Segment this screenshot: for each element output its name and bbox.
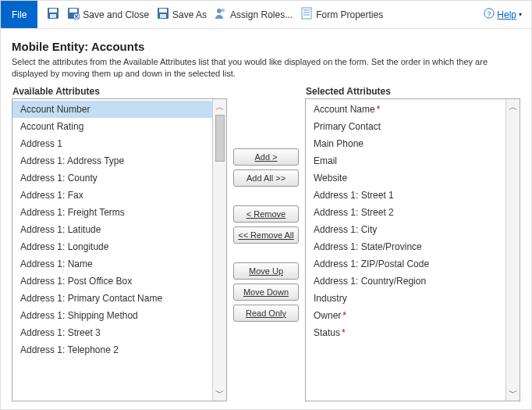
list-item[interactable]: Address 1: Street 2 xyxy=(306,204,505,221)
svg-point-9 xyxy=(217,9,222,13)
required-marker: * xyxy=(377,104,381,115)
list-item[interactable]: Address 1: Primary Contact Name xyxy=(12,290,212,307)
svg-point-10 xyxy=(222,9,225,12)
page-description: Select the attributes from the Available… xyxy=(12,56,520,80)
list-item[interactable]: Address 1: Shipping Method xyxy=(12,307,212,324)
available-listbox[interactable]: Account NumberAccount RatingAddress 1Add… xyxy=(12,98,227,401)
move-down-button[interactable]: Move Down xyxy=(233,283,299,301)
list-item[interactable]: Industry xyxy=(306,290,505,307)
list-item[interactable]: Address 1: Fax xyxy=(12,187,212,204)
read-only-button[interactable]: Read Only xyxy=(233,305,299,322)
add-button[interactable]: Add > xyxy=(233,148,299,166)
available-title: Available Attributes xyxy=(12,86,227,97)
dual-list-layout: Available Attributes Account NumberAccou… xyxy=(12,86,520,401)
scroll-down-icon[interactable]: ﹀ xyxy=(215,388,225,398)
svg-rect-8 xyxy=(160,14,166,18)
save-close-label: Save and Close xyxy=(83,9,149,20)
svg-rect-4 xyxy=(69,9,77,12)
required-marker: * xyxy=(342,327,346,338)
list-item[interactable]: Address 1: Name xyxy=(12,255,212,273)
scroll-up-icon[interactable]: ︿ xyxy=(509,102,518,112)
list-item[interactable]: Account Number xyxy=(12,101,212,118)
add-all-button[interactable]: Add All >> xyxy=(233,169,299,187)
list-item[interactable]: Account Name* xyxy=(306,101,505,118)
toolbar: File Save and Close Save As xyxy=(1,1,531,29)
list-item[interactable]: Main Phone xyxy=(306,135,505,152)
selected-scrollbar[interactable]: ︿ ﹀ xyxy=(505,99,520,401)
selected-list-inner: Account Name*Primary ContactMain PhoneEm… xyxy=(306,99,505,401)
form-properties-label: Form Properties xyxy=(316,9,383,20)
selected-listbox[interactable]: Account Name*Primary ContactMain PhoneEm… xyxy=(305,98,520,401)
list-item[interactable]: Address 1: Street 1 xyxy=(306,187,505,204)
svg-rect-2 xyxy=(50,14,56,18)
remove-all-button[interactable]: << Remove All xyxy=(233,226,299,244)
list-item[interactable]: Account Rating xyxy=(12,118,212,135)
scroll-track[interactable] xyxy=(215,115,225,385)
list-item[interactable]: Address 1: Street 3 xyxy=(12,324,212,341)
scroll-thumb[interactable] xyxy=(215,115,225,162)
required-marker: * xyxy=(342,310,346,321)
available-scrollbar[interactable]: ︿ ﹀ xyxy=(212,99,226,401)
list-item[interactable]: Owner* xyxy=(306,307,505,324)
scroll-track[interactable] xyxy=(509,115,518,385)
list-item[interactable]: Address 1: County xyxy=(12,169,212,187)
app-window: File Save and Close Save As xyxy=(0,0,532,410)
scroll-up-icon[interactable]: ︿ xyxy=(215,102,225,112)
move-up-button[interactable]: Move Up xyxy=(233,262,299,280)
save-close-icon xyxy=(67,7,80,22)
list-item[interactable]: Address 1: Telephone 2 xyxy=(12,341,212,358)
file-tab[interactable]: File xyxy=(1,1,37,28)
help-icon: ? xyxy=(484,8,495,21)
list-item[interactable]: Address 1: ZIP/Postal Code xyxy=(306,255,505,273)
assign-roles-button[interactable]: Assign Roles... xyxy=(215,7,293,22)
save-and-close-button[interactable]: Save and Close xyxy=(67,7,149,22)
transfer-buttons: Add > Add All >> < Remove << Remove All … xyxy=(227,86,305,401)
toolbar-items: Save and Close Save As Assign Roles... F… xyxy=(37,1,484,28)
list-item[interactable]: Address 1: State/Province xyxy=(306,238,505,255)
selected-panel: Selected Attributes Account Name*Primary… xyxy=(305,86,520,401)
list-item[interactable]: Address 1: Latitude xyxy=(12,221,212,238)
save-button[interactable] xyxy=(47,7,59,22)
svg-rect-1 xyxy=(49,9,57,12)
svg-rect-11 xyxy=(302,8,311,19)
list-item[interactable]: Website xyxy=(306,169,505,187)
available-panel: Available Attributes Account NumberAccou… xyxy=(12,86,227,401)
list-item[interactable]: Primary Contact xyxy=(306,118,505,135)
list-item[interactable]: Email xyxy=(306,152,505,169)
chevron-down-icon: ▾ xyxy=(519,11,522,18)
save-as-icon xyxy=(157,7,169,22)
save-icon xyxy=(47,7,59,22)
list-item[interactable]: Address 1: Country/Region xyxy=(306,273,505,290)
list-item[interactable]: Address 1: City xyxy=(306,221,505,238)
list-item[interactable]: Address 1 xyxy=(12,135,212,152)
list-item[interactable]: Address 1: Freight Terms xyxy=(12,204,212,221)
form-properties-button[interactable]: Form Properties xyxy=(300,7,383,22)
list-item[interactable]: Address 1: Longitude xyxy=(12,238,212,255)
list-item[interactable]: Address 1: Address Type xyxy=(12,152,212,169)
svg-text:?: ? xyxy=(488,10,491,18)
remove-button[interactable]: < Remove xyxy=(233,205,299,223)
assign-roles-icon xyxy=(215,7,227,22)
assign-roles-label: Assign Roles... xyxy=(230,9,293,20)
list-item[interactable]: Address 1: Post Office Box xyxy=(12,273,212,290)
scroll-down-icon[interactable]: ﹀ xyxy=(509,388,518,398)
help-label: Help xyxy=(497,9,516,20)
selected-title: Selected Attributes xyxy=(305,86,520,97)
content-area: Mobile Entity: Accounts Select the attri… xyxy=(1,29,531,409)
help-menu[interactable]: ? Help ▾ xyxy=(484,1,531,28)
list-item[interactable]: Status* xyxy=(306,324,505,341)
available-list-inner: Account NumberAccount RatingAddress 1Add… xyxy=(12,99,212,401)
page-title: Mobile Entity: Accounts xyxy=(12,40,520,53)
save-as-button[interactable]: Save As xyxy=(157,7,207,22)
form-properties-icon xyxy=(300,7,313,22)
save-as-label: Save As xyxy=(172,9,207,20)
svg-rect-7 xyxy=(159,9,167,12)
